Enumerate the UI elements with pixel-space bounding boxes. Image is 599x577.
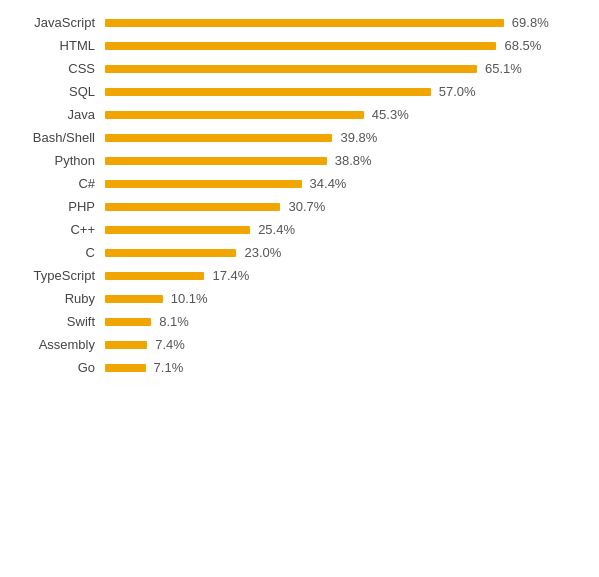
- bar-row: Go7.1%: [20, 360, 579, 375]
- bar-label: HTML: [20, 38, 105, 53]
- bar-pct-label: 23.0%: [244, 245, 281, 260]
- bar-row: CSS65.1%: [20, 61, 579, 76]
- bar-fill: [105, 19, 504, 27]
- bar-label: PHP: [20, 199, 105, 214]
- bar-pct-label: 68.5%: [504, 38, 541, 53]
- bar-pct-label: 34.4%: [310, 176, 347, 191]
- bar-label: TypeScript: [20, 268, 105, 283]
- bar-pct-label: 8.1%: [159, 314, 189, 329]
- bar-pct-label: 39.8%: [340, 130, 377, 145]
- bar-row: PHP30.7%: [20, 199, 579, 214]
- bar-pct-label: 10.1%: [171, 291, 208, 306]
- bar-fill: [105, 111, 364, 119]
- bar-label: Bash/Shell: [20, 130, 105, 145]
- bar-row: JavaScript69.8%: [20, 15, 579, 30]
- bar-area: 25.4%: [105, 222, 579, 237]
- bar-fill: [105, 65, 477, 73]
- bar-pct-label: 7.4%: [155, 337, 185, 352]
- bar-label: Swift: [20, 314, 105, 329]
- bar-label: Python: [20, 153, 105, 168]
- bar-area: 17.4%: [105, 268, 579, 283]
- bar-fill: [105, 134, 332, 142]
- bar-area: 68.5%: [105, 38, 579, 53]
- bar-area: 69.8%: [105, 15, 579, 30]
- bar-fill: [105, 157, 327, 165]
- bar-pct-label: 38.8%: [335, 153, 372, 168]
- bar-label: C#: [20, 176, 105, 191]
- bar-row: Python38.8%: [20, 153, 579, 168]
- bar-fill: [105, 42, 496, 50]
- bar-pct-label: 69.8%: [512, 15, 549, 30]
- bar-label: Ruby: [20, 291, 105, 306]
- bar-row: C#34.4%: [20, 176, 579, 191]
- bar-fill: [105, 203, 280, 211]
- bar-label: CSS: [20, 61, 105, 76]
- bar-label: C: [20, 245, 105, 260]
- bar-area: 8.1%: [105, 314, 579, 329]
- bar-pct-label: 57.0%: [439, 84, 476, 99]
- bar-row: Assembly7.4%: [20, 337, 579, 352]
- bar-chart: JavaScript69.8%HTML68.5%CSS65.1%SQL57.0%…: [20, 15, 579, 375]
- bar-fill: [105, 341, 147, 349]
- bar-fill: [105, 318, 151, 326]
- bar-label: SQL: [20, 84, 105, 99]
- bar-label: C++: [20, 222, 105, 237]
- bar-area: 7.1%: [105, 360, 579, 375]
- bar-area: 10.1%: [105, 291, 579, 306]
- bar-row: Bash/Shell39.8%: [20, 130, 579, 145]
- bar-area: 39.8%: [105, 130, 579, 145]
- bar-area: 65.1%: [105, 61, 579, 76]
- bar-area: 57.0%: [105, 84, 579, 99]
- bar-fill: [105, 88, 431, 96]
- bar-area: 38.8%: [105, 153, 579, 168]
- bar-row: Java45.3%: [20, 107, 579, 122]
- bar-label: Java: [20, 107, 105, 122]
- bar-area: 23.0%: [105, 245, 579, 260]
- bar-label: JavaScript: [20, 15, 105, 30]
- bar-fill: [105, 249, 236, 257]
- bar-label: Assembly: [20, 337, 105, 352]
- bar-fill: [105, 226, 250, 234]
- bar-pct-label: 45.3%: [372, 107, 409, 122]
- bar-pct-label: 17.4%: [212, 268, 249, 283]
- bar-pct-label: 25.4%: [258, 222, 295, 237]
- bar-area: 30.7%: [105, 199, 579, 214]
- bar-label: Go: [20, 360, 105, 375]
- bar-row: Swift8.1%: [20, 314, 579, 329]
- bar-pct-label: 7.1%: [154, 360, 184, 375]
- bar-fill: [105, 295, 163, 303]
- bar-area: 7.4%: [105, 337, 579, 352]
- bar-fill: [105, 364, 146, 372]
- bar-pct-label: 65.1%: [485, 61, 522, 76]
- bar-row: HTML68.5%: [20, 38, 579, 53]
- bar-pct-label: 30.7%: [288, 199, 325, 214]
- bar-area: 34.4%: [105, 176, 579, 191]
- bar-row: TypeScript17.4%: [20, 268, 579, 283]
- bar-fill: [105, 272, 204, 280]
- bar-row: C++25.4%: [20, 222, 579, 237]
- bar-row: C23.0%: [20, 245, 579, 260]
- bar-row: Ruby10.1%: [20, 291, 579, 306]
- bar-row: SQL57.0%: [20, 84, 579, 99]
- bar-fill: [105, 180, 302, 188]
- bar-area: 45.3%: [105, 107, 579, 122]
